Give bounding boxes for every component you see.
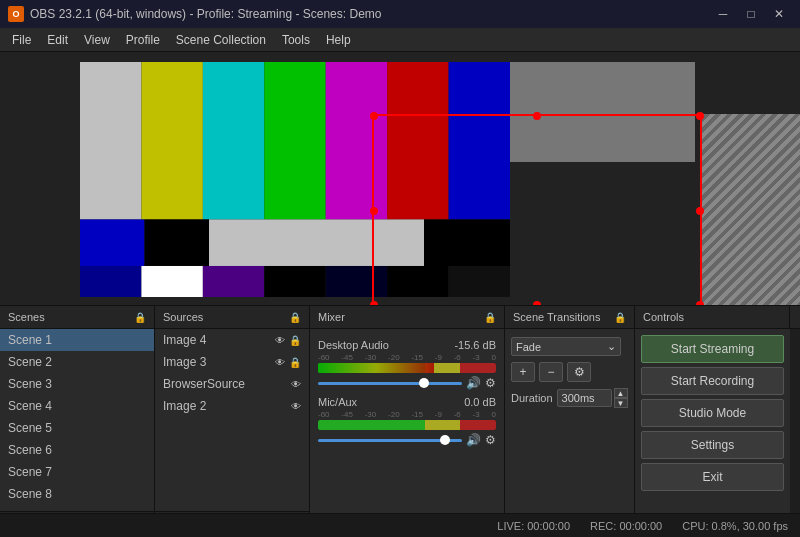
scene-item[interactable]: Scene 1 bbox=[0, 329, 154, 351]
menu-scene-collection[interactable]: Scene Collection bbox=[168, 31, 274, 49]
menu-tools[interactable]: Tools bbox=[274, 31, 318, 49]
studio-mode-button[interactable]: Studio Mode bbox=[641, 399, 784, 427]
source-name: Image 2 bbox=[163, 399, 206, 413]
duration-control: 300ms ▲ ▼ bbox=[557, 388, 628, 408]
duration-up-button[interactable]: ▲ bbox=[614, 388, 628, 398]
hatch-area bbox=[700, 114, 800, 305]
mic-aux-header: Mic/Aux 0.0 dB bbox=[318, 396, 496, 408]
controls-panel: Start Streaming Start Recording Studio M… bbox=[635, 329, 790, 537]
controls-label: Controls bbox=[643, 311, 684, 323]
transitions-label: Scene Transitions bbox=[513, 311, 600, 323]
menu-file[interactable]: File bbox=[4, 31, 39, 49]
panel-header-mixer: Mixer 🔒 bbox=[310, 306, 505, 328]
scene-item[interactable]: Scene 6 bbox=[0, 439, 154, 461]
panel-header-scenes: Scenes 🔒 bbox=[0, 306, 155, 328]
scenes-lock-icon: 🔒 bbox=[134, 312, 146, 323]
scene-item[interactable]: Scene 5 bbox=[0, 417, 154, 439]
add-transition-button[interactable]: + bbox=[511, 362, 535, 382]
mic-aux-db: 0.0 dB bbox=[464, 396, 496, 408]
panel-header-controls: Controls bbox=[635, 306, 790, 328]
main-panels: Scene 1 Scene 2 Scene 3 Scene 4 Scene 5 … bbox=[0, 329, 800, 537]
close-button[interactable]: ✕ bbox=[766, 3, 792, 25]
mixer-lock-icon: 🔒 bbox=[484, 312, 496, 323]
menu-help[interactable]: Help bbox=[318, 31, 359, 49]
sources-panel: Image 4 👁 🔒 Image 3 👁 🔒 BrowserSource 👁 bbox=[155, 329, 310, 537]
visibility-icon[interactable]: 👁 bbox=[291, 379, 301, 390]
settings-icon[interactable]: ⚙ bbox=[485, 376, 496, 390]
source-item[interactable]: Image 3 👁 🔒 bbox=[155, 351, 309, 373]
meter-scale: -60-45-30-20-15-9-6-30 bbox=[318, 353, 496, 362]
duration-input[interactable]: 300ms bbox=[557, 389, 612, 407]
source-icons: 👁 🔒 bbox=[275, 335, 301, 346]
duration-down-button[interactable]: ▼ bbox=[614, 398, 628, 408]
lock-icon[interactable]: 🔒 bbox=[289, 357, 301, 368]
exit-button[interactable]: Exit bbox=[641, 463, 784, 491]
meter-scale-2: -60-45-30-20-15-9-6-30 bbox=[318, 410, 496, 419]
menu-profile[interactable]: Profile bbox=[118, 31, 168, 49]
duration-spinners: ▲ ▼ bbox=[614, 388, 628, 408]
titlebar-controls: ─ □ ✕ bbox=[710, 3, 792, 25]
cpu-status: CPU: 0.8%, 30.00 fps bbox=[682, 520, 788, 532]
scene-item[interactable]: Scene 2 bbox=[0, 351, 154, 373]
source-name: BrowserSource bbox=[163, 377, 245, 391]
mixer-tracks: Desktop Audio -15.6 dB -60-45-30-20-15-9… bbox=[314, 333, 500, 533]
mic-aux-thumb[interactable] bbox=[440, 435, 450, 445]
panel-header-transitions: Scene Transitions 🔒 bbox=[505, 306, 635, 328]
source-item[interactable]: BrowserSource 👁 bbox=[155, 373, 309, 395]
desktop-audio-slider[interactable] bbox=[318, 382, 462, 385]
desktop-audio-meter bbox=[318, 363, 496, 373]
transition-select[interactable]: Fade ⌄ bbox=[511, 337, 621, 356]
menu-edit[interactable]: Edit bbox=[39, 31, 76, 49]
visibility-icon[interactable]: 👁 bbox=[291, 401, 301, 412]
desktop-audio-slider-row: 🔊 ⚙ bbox=[318, 376, 496, 390]
transitions-panel: Fade ⌄ + − ⚙ Duration 300ms ▲ ▼ bbox=[505, 329, 635, 537]
lock-icon[interactable]: 🔒 bbox=[289, 335, 301, 346]
chevron-down-icon: ⌄ bbox=[607, 340, 616, 353]
maximize-button[interactable]: □ bbox=[738, 3, 764, 25]
remove-transition-button[interactable]: − bbox=[539, 362, 563, 382]
start-recording-button[interactable]: Start Recording bbox=[641, 367, 784, 395]
source-item[interactable]: Image 2 👁 bbox=[155, 395, 309, 417]
scenes-label: Scenes bbox=[8, 311, 45, 323]
scene-item[interactable]: Scene 7 bbox=[0, 461, 154, 483]
duration-label: Duration bbox=[511, 392, 553, 404]
menu-view[interactable]: View bbox=[76, 31, 118, 49]
titlebar-title: OBS 23.2.1 (64-bit, windows) - Profile: … bbox=[30, 7, 381, 21]
transition-selected: Fade bbox=[516, 341, 541, 353]
preview-area bbox=[0, 52, 800, 305]
mic-aux-meter bbox=[318, 420, 496, 430]
statusbar: LIVE: 00:00:00 REC: 00:00:00 CPU: 0.8%, … bbox=[0, 513, 800, 537]
transition-settings-button[interactable]: ⚙ bbox=[567, 362, 591, 382]
obs-icon: O bbox=[8, 6, 24, 22]
mic-aux-slider[interactable] bbox=[318, 439, 462, 442]
scene-item[interactable]: Scene 4 bbox=[0, 395, 154, 417]
minimize-button[interactable]: ─ bbox=[710, 3, 736, 25]
titlebar: O OBS 23.2.1 (64-bit, windows) - Profile… bbox=[0, 0, 800, 28]
mic-aux-name: Mic/Aux bbox=[318, 396, 357, 408]
desktop-audio-db: -15.6 dB bbox=[454, 339, 496, 351]
scenes-list: Scene 1 Scene 2 Scene 3 Scene 4 Scene 5 … bbox=[0, 329, 154, 511]
sources-lock-icon: 🔒 bbox=[289, 312, 301, 323]
scenes-panel: Scene 1 Scene 2 Scene 3 Scene 4 Scene 5 … bbox=[0, 329, 155, 537]
panel-header-sources: Sources 🔒 bbox=[155, 306, 310, 328]
start-streaming-button[interactable]: Start Streaming bbox=[641, 335, 784, 363]
source-item[interactable]: Image 4 👁 🔒 bbox=[155, 329, 309, 351]
mic-settings-icon[interactable]: ⚙ bbox=[485, 433, 496, 447]
mic-mute-icon[interactable]: 🔊 bbox=[466, 433, 481, 447]
mixer-panel: Desktop Audio -15.6 dB -60-45-30-20-15-9… bbox=[310, 329, 505, 537]
settings-button[interactable]: Settings bbox=[641, 431, 784, 459]
panel-headers: Scenes 🔒 Sources 🔒 Mixer 🔒 Scene Transit… bbox=[0, 305, 800, 329]
scene-item[interactable]: Scene 3 bbox=[0, 373, 154, 395]
mic-aux-slider-row: 🔊 ⚙ bbox=[318, 433, 496, 447]
desktop-audio-thumb[interactable] bbox=[419, 378, 429, 388]
mute-icon[interactable]: 🔊 bbox=[466, 376, 481, 390]
desktop-audio-header: Desktop Audio -15.6 dB bbox=[318, 339, 496, 351]
live-status: LIVE: 00:00:00 bbox=[497, 520, 570, 532]
visibility-icon[interactable]: 👁 bbox=[275, 335, 285, 346]
visibility-icon[interactable]: 👁 bbox=[275, 357, 285, 368]
transition-buttons: + − ⚙ bbox=[511, 362, 628, 382]
mixer-label: Mixer bbox=[318, 311, 345, 323]
source-icons: 👁 bbox=[291, 401, 301, 412]
rec-status: REC: 00:00:00 bbox=[590, 520, 662, 532]
scene-item[interactable]: Scene 8 bbox=[0, 483, 154, 505]
